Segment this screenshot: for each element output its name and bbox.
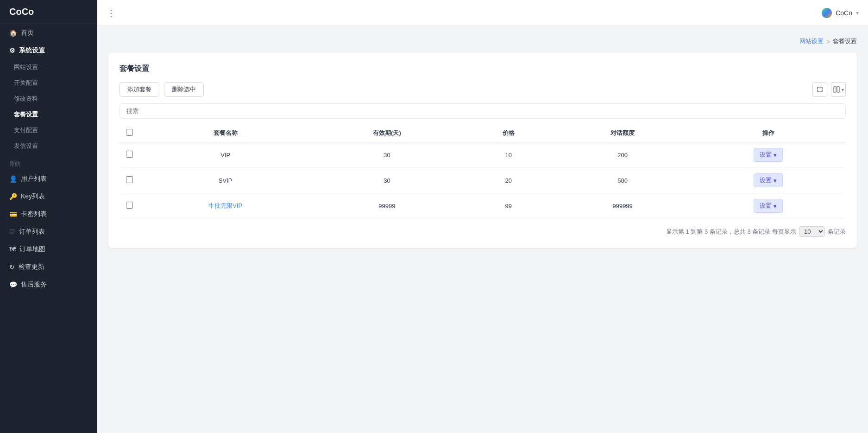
toolbar: 添加套餐 删除选中 ▾ — [120, 82, 846, 97]
setting-chevron-icon: ▾ — [774, 177, 777, 184]
sidebar-item-user-list[interactable]: 👤 用户列表 — [0, 170, 97, 188]
packages-table: 套餐名称 有效期(天) 价格 对话额度 操作 VIP 30 10 200 设置 … — [120, 124, 846, 219]
setting-chevron-icon: ▾ — [774, 152, 777, 159]
row-quota: 999999 — [554, 193, 691, 219]
key-icon: 🔑 — [9, 193, 17, 200]
sidebar-item-key-list[interactable]: 🔑 Key列表 — [0, 188, 97, 205]
per-page-select[interactable]: 102050100 — [799, 226, 825, 237]
sidebar-item-after-sales[interactable]: 💬 售后服务 — [0, 276, 97, 293]
sidebar-item-order-list[interactable]: ♡ 订单列表 — [0, 223, 97, 241]
pagination-text: 显示第 1 到第 3 条记录，总共 3 条记录 每页显示 — [666, 228, 796, 236]
row-validity: 99999 — [311, 193, 462, 219]
chat-icon: 💬 — [9, 281, 17, 288]
sidebar-sub-package-label: 套餐设置 — [14, 110, 38, 119]
sidebar-sub-payment-config[interactable]: 支付配置 — [0, 122, 97, 138]
columns-icon — [833, 86, 840, 93]
setting-button[interactable]: 设置 ▾ — [754, 173, 783, 187]
pagination-suffix: 条记录 — [828, 228, 846, 236]
row-name: SVIP — [139, 168, 311, 193]
sidebar-item-order-map[interactable]: 🗺 订单地图 — [0, 241, 97, 258]
map-icon: 🗺 — [9, 246, 16, 253]
breadcrumb-parent[interactable]: 网站设置 — [799, 37, 824, 45]
row-name[interactable]: 牛批无限VIP — [139, 193, 311, 219]
main-area: ⋮ CoCo ▾ 网站设置 > 套餐设置 套餐设置 添加套餐 删除选中 — [97, 0, 868, 433]
sidebar-sub-website-label: 网站设置 — [14, 63, 38, 71]
columns-icon-button[interactable]: ▾ — [831, 82, 846, 97]
row-validity: 30 — [311, 142, 462, 168]
chevron-down-icon: ▾ — [856, 10, 859, 16]
pagination: 显示第 1 到第 3 条记录，总共 3 条记录 每页显示 102050100 条… — [120, 226, 846, 237]
sidebar-sub-send-settings[interactable]: 发信设置 — [0, 138, 97, 154]
sidebar-sub-switch-label: 开关配置 — [14, 79, 38, 87]
sidebar-item-home-label: 首页 — [21, 29, 34, 37]
sidebar-sub-switch-config[interactable]: 开关配置 — [0, 75, 97, 91]
settings-icon: ⚙ — [9, 47, 15, 54]
toolbar-right: ▾ — [812, 82, 846, 97]
sidebar-sub-website-settings[interactable]: 网站设置 — [0, 59, 97, 75]
setting-button[interactable]: 设置 ▾ — [754, 148, 783, 162]
sidebar-sub-package-settings[interactable]: 套餐设置 — [0, 107, 97, 122]
row-checkbox[interactable] — [126, 151, 133, 158]
table-row: SVIP 30 20 500 设置 ▾ — [120, 168, 846, 193]
sidebar-order-map-label: 订单地图 — [19, 245, 45, 254]
col-checkbox — [120, 124, 139, 142]
row-checkbox[interactable] — [126, 176, 133, 183]
user-icon: 👤 — [9, 175, 17, 183]
breadcrumb-current: 套餐设置 — [833, 37, 857, 45]
row-action: 设置 ▾ — [691, 142, 846, 168]
svg-rect-0 — [834, 87, 836, 92]
table-row: VIP 30 10 200 设置 ▾ — [120, 142, 846, 168]
topbar-left: ⋮ — [107, 7, 116, 19]
row-price: 10 — [462, 142, 554, 168]
sidebar: CoCo 🏠 首页 ⚙ 系统设置 网站设置 开关配置 修改资料 套餐设置 支付配… — [0, 0, 97, 433]
row-quota: 200 — [554, 142, 691, 168]
content-area: 网站设置 > 套餐设置 套餐设置 添加套餐 删除选中 — [97, 26, 868, 433]
expand-icon-button[interactable] — [812, 82, 827, 97]
col-validity: 有效期(天) — [311, 124, 462, 142]
sidebar-after-sales-label: 售后服务 — [21, 280, 47, 289]
table-header-row: 套餐名称 有效期(天) 价格 对话额度 操作 — [120, 124, 846, 142]
row-action: 设置 ▾ — [691, 168, 846, 193]
sidebar-key-list-label: Key列表 — [21, 192, 45, 201]
row-checkbox-cell — [120, 142, 139, 168]
col-quota: 对话额度 — [554, 124, 691, 142]
row-action: 设置 ▾ — [691, 193, 846, 219]
row-checkbox-cell — [120, 168, 139, 193]
add-package-button[interactable]: 添加套餐 — [120, 82, 159, 97]
col-price: 价格 — [462, 124, 554, 142]
setting-button[interactable]: 设置 ▾ — [754, 199, 783, 213]
col-action: 操作 — [691, 124, 846, 142]
search-input[interactable] — [120, 103, 846, 119]
menu-dots-button[interactable]: ⋮ — [107, 7, 116, 19]
sidebar-check-update-label: 检查更新 — [19, 263, 44, 271]
sidebar-user-list-label: 用户列表 — [21, 175, 47, 183]
row-price: 99 — [462, 193, 554, 219]
nav-section-title: 导航 — [0, 154, 97, 170]
sidebar-item-system-settings[interactable]: ⚙ 系统设置 — [0, 42, 97, 59]
sidebar-item-card-list[interactable]: 💳 卡密列表 — [0, 205, 97, 223]
delete-selected-button[interactable]: 删除选中 — [164, 82, 204, 97]
row-name: VIP — [139, 142, 311, 168]
svg-rect-1 — [837, 87, 839, 92]
row-quota: 500 — [554, 168, 691, 193]
sidebar-item-check-update[interactable]: ↻ 检查更新 — [0, 258, 97, 276]
row-checkbox-cell — [120, 193, 139, 219]
sidebar-sub-edit-profile[interactable]: 修改资料 — [0, 91, 97, 107]
sidebar-item-home[interactable]: 🏠 首页 — [0, 24, 97, 42]
sidebar-item-system-label: 系统设置 — [19, 46, 45, 55]
refresh-icon: ↻ — [9, 263, 15, 271]
topbar: ⋮ CoCo ▾ — [97, 0, 868, 26]
sidebar-sub-payment-label: 支付配置 — [14, 126, 38, 134]
expand-icon — [817, 86, 823, 93]
card-title: 套餐设置 — [120, 64, 846, 74]
select-all-checkbox[interactable] — [126, 129, 133, 136]
breadcrumb-separator: > — [826, 38, 830, 45]
col-name: 套餐名称 — [139, 124, 311, 142]
card-icon: 💳 — [9, 210, 17, 218]
sidebar-sub-send-label: 发信设置 — [14, 142, 38, 150]
columns-chevron-icon: ▾ — [842, 87, 844, 92]
row-checkbox[interactable] — [126, 202, 133, 209]
sidebar-card-list-label: 卡密列表 — [21, 210, 47, 218]
home-icon: 🏠 — [9, 29, 17, 37]
topbar-user-menu[interactable]: CoCo ▾ — [822, 8, 859, 18]
